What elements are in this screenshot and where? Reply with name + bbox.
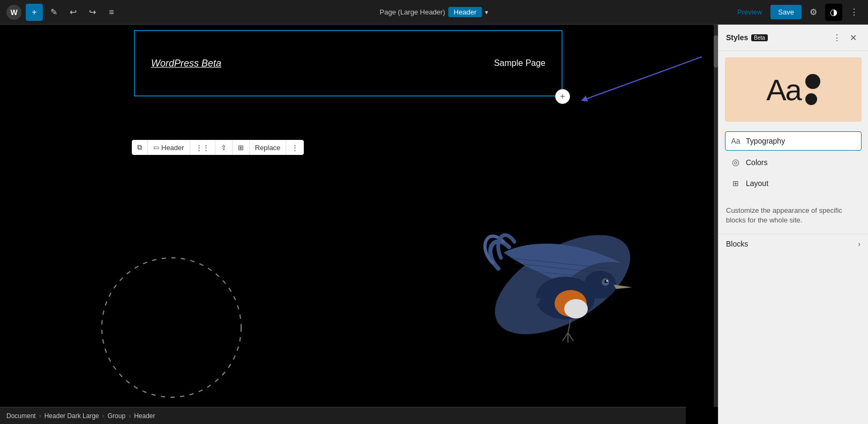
tools-button[interactable]: ✎ [45,4,62,21]
contrast-button[interactable]: ◑ [825,4,842,21]
canvas-scrollbar-thumb[interactable] [714,35,718,68]
breadcrumb-chevron-icon[interactable]: ▾ [485,9,488,16]
up-down-arrows-icon: ⇧ [221,144,227,152]
colors-label: Colors [746,158,767,167]
preview-dots [805,74,820,105]
svg-line-14 [568,333,573,341]
pencil-icon: ✎ [50,7,57,17]
breadcrumb-document[interactable]: Document [6,412,36,420]
style-preview-card[interactable]: Aa [725,57,862,122]
page-breadcrumb: Page (Large Header) [380,8,445,16]
breadcrumb-sep-2: › [102,412,104,420]
header-block-label: Header [161,144,184,152]
header-block-type-button[interactable]: ▭ Header [148,140,190,155]
panel-header-icons: ⋮ ✕ [829,30,860,45]
save-button[interactable]: Save [770,5,802,19]
undo-icon: ↩ [70,7,77,17]
typography-label: Typography [746,137,785,145]
block-toolbar: ⧉ ▭ Header ⋮⋮ ⇧ ⊞ Replace ⋮ [132,140,304,155]
bird-illustration [461,199,664,370]
site-title: WordPress Beta [151,58,221,69]
canvas-area[interactable]: WordPress Beta Sample Page + ⧉ ▭ Header … [0,25,718,424]
bottom-breadcrumb: Document › Header Dark Large › Group › H… [0,407,686,424]
header-content: WordPress Beta Sample Page [135,31,562,95]
plus-inline-icon: + [560,92,565,101]
colors-option[interactable]: ◎ Colors [725,152,862,173]
top-toolbar: W + ✎ ↩ ↪ ≡ Page (Large Header) Header ▾… [0,0,868,25]
redo-button[interactable]: ↪ [84,4,101,21]
gear-icon: ⚙ [810,7,817,17]
preview-dot-large [805,74,820,89]
undo-button[interactable]: ↩ [64,4,81,21]
block-ellipsis-icon: ⋮ [291,144,298,152]
customize-description: Customize the appearance of specific blo… [726,206,860,225]
header-block-icon: ▭ [153,144,159,151]
toolbar-left: W + ✎ ↩ ↪ ≡ [0,3,124,22]
add-block-button[interactable]: + [26,4,43,21]
blocks-label: Blocks [726,240,748,248]
preview-aa-text: Aa [766,72,801,107]
duplicate-icon: ⧉ [137,143,142,152]
replace-label: Replace [255,144,281,152]
redo-icon: ↪ [89,7,96,17]
panel-close-button[interactable]: ✕ [845,30,860,45]
breadcrumb-sep-3: › [129,412,131,420]
blocks-chevron-icon: › [858,240,860,248]
svg-line-1 [584,57,702,100]
breadcrumb-header-dark-large[interactable]: Header Dark Large [44,412,99,420]
layout-icon: ⊞ [731,179,740,188]
move-arrows-button[interactable]: ⇧ [215,140,233,155]
wp-logo[interactable]: W [4,3,24,22]
main-area: WordPress Beta Sample Page + ⧉ ▭ Header … [0,25,868,424]
block-more-options-button[interactable]: ⋮ [286,140,304,155]
align-icon: ⊞ [238,144,244,152]
colors-icon: ◎ [731,157,740,167]
panel-title-area: Styles Beta [726,33,768,42]
wp-logo-circle: W [6,5,21,20]
duplicate-block-button[interactable]: ⧉ [132,140,148,155]
svg-line-12 [563,333,568,341]
replace-button[interactable]: Replace [250,140,287,155]
plus-icon: + [32,8,36,17]
preview-dot-small [805,93,817,105]
breadcrumb-sep-1: › [39,412,41,420]
styles-panel: Styles Beta ⋮ ✕ Aa Aa [718,25,868,424]
site-navigation: Sample Page [494,58,545,68]
settings-button[interactable]: ⚙ [805,4,822,21]
beta-badge: Beta [751,34,768,41]
breadcrumb-header[interactable]: Header [134,412,155,420]
header-block[interactable]: WordPress Beta Sample Page + [134,30,563,96]
svg-point-7 [584,271,616,299]
style-options-list: Aa Typography ◎ Colors ⊞ Layout [719,128,868,197]
more-options-button[interactable]: ⋮ [845,4,863,21]
contrast-icon: ◑ [830,7,837,17]
layout-option[interactable]: ⊞ Layout [725,174,862,193]
preview-button[interactable]: Preview [732,5,767,19]
panel-header: Styles Beta ⋮ ✕ [719,25,868,51]
typography-option[interactable]: Aa Typography [725,131,862,151]
list-view-button[interactable]: ≡ [103,4,120,21]
align-button[interactable]: ⊞ [233,140,250,155]
annotation-arrow [568,51,713,116]
canvas-scrollbar[interactable] [714,25,718,407]
ellipsis-vertical-icon: ⋮ [850,7,858,17]
dashed-circle-decoration [96,252,246,403]
toolbar-right: Preview Save ⚙ ◑ ⋮ [727,4,868,21]
blocks-row[interactable]: Blocks › [719,234,868,254]
layout-label: Layout [746,179,768,188]
header-breadcrumb-badge[interactable]: Header [448,7,482,17]
svg-point-10 [607,280,608,282]
svg-point-6 [564,299,588,318]
customize-section: Customize the appearance of specific blo… [719,197,868,229]
svg-point-2 [102,258,241,397]
typography-icon: Aa [731,137,740,145]
panel-ellipsis-icon: ⋮ [833,33,841,43]
drag-handle-button[interactable]: ⋮⋮ [190,140,215,155]
close-icon: ✕ [850,33,857,43]
add-block-inline-button[interactable]: + [555,89,570,104]
list-icon: ≡ [109,8,114,17]
drag-icon: ⋮⋮ [196,144,209,152]
breadcrumb-group[interactable]: Group [108,412,125,420]
toolbar-center: Page (Large Header) Header ▾ [380,7,489,17]
panel-more-options-button[interactable]: ⋮ [829,30,844,45]
